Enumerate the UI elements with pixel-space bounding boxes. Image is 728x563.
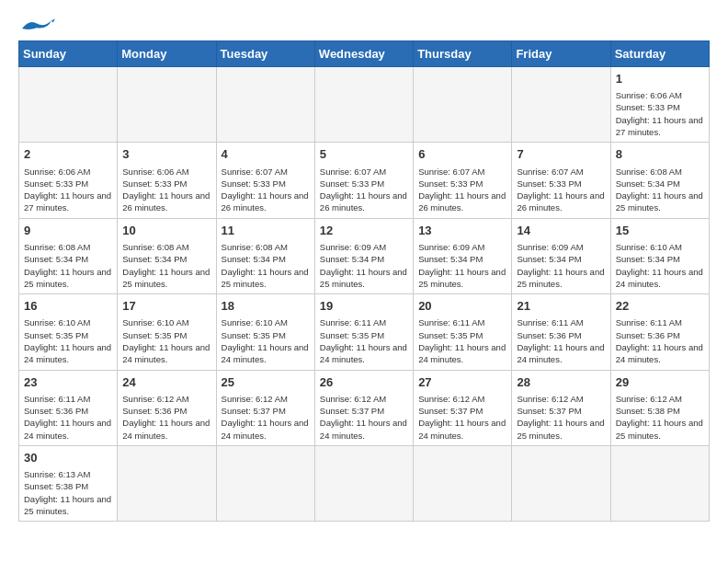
day-info: Sunrise: 6:12 AMSunset: 5:36 PMDaylight:… xyxy=(122,393,210,442)
logo xyxy=(18,15,55,33)
header xyxy=(18,15,710,33)
day-info: Sunrise: 6:12 AMSunset: 5:37 PMDaylight:… xyxy=(320,393,408,442)
calendar-day-cell: 15Sunrise: 6:10 AMSunset: 5:34 PMDayligh… xyxy=(610,218,709,293)
day-number: 11 xyxy=(222,223,310,239)
day-number: 20 xyxy=(418,298,506,315)
day-info: Sunrise: 6:08 AMSunset: 5:34 PMDaylight:… xyxy=(222,241,310,290)
calendar-day-cell: 1Sunrise: 6:06 AMSunset: 5:33 PMDaylight… xyxy=(610,67,709,143)
calendar-week-row: 23Sunrise: 6:11 AMSunset: 5:36 PMDayligh… xyxy=(19,370,710,445)
calendar-week-row: 1Sunrise: 6:06 AMSunset: 5:33 PMDaylight… xyxy=(19,67,710,143)
day-number: 5 xyxy=(320,146,408,163)
calendar-day-cell: 24Sunrise: 6:12 AMSunset: 5:36 PMDayligh… xyxy=(118,370,216,445)
day-number: 2 xyxy=(24,146,112,163)
calendar-day-cell: 13Sunrise: 6:09 AMSunset: 5:34 PMDayligh… xyxy=(414,218,512,293)
calendar-day-cell: 25Sunrise: 6:12 AMSunset: 5:37 PMDayligh… xyxy=(216,370,314,445)
calendar-day-cell xyxy=(216,67,314,143)
calendar-day-cell xyxy=(19,67,118,143)
day-number: 9 xyxy=(24,223,112,239)
calendar-week-row: 2Sunrise: 6:06 AMSunset: 5:33 PMDaylight… xyxy=(19,143,710,218)
day-header-sunday: Sunday xyxy=(19,41,118,67)
day-number: 29 xyxy=(616,374,704,391)
day-number: 17 xyxy=(122,298,210,315)
calendar-day-cell: 3Sunrise: 6:06 AMSunset: 5:33 PMDaylight… xyxy=(118,143,216,218)
day-number: 14 xyxy=(517,223,605,239)
day-number: 8 xyxy=(616,146,704,163)
calendar-day-cell xyxy=(414,67,512,143)
calendar-day-cell xyxy=(610,445,709,521)
day-number: 18 xyxy=(222,298,310,315)
calendar-day-cell: 4Sunrise: 6:07 AMSunset: 5:33 PMDaylight… xyxy=(216,143,314,218)
calendar-day-cell: 19Sunrise: 6:11 AMSunset: 5:35 PMDayligh… xyxy=(314,294,413,370)
day-info: Sunrise: 6:11 AMSunset: 5:36 PMDaylight:… xyxy=(24,393,112,442)
day-number: 12 xyxy=(320,223,408,239)
day-info: Sunrise: 6:13 AMSunset: 5:38 PMDaylight:… xyxy=(24,468,112,517)
calendar-day-cell: 30Sunrise: 6:13 AMSunset: 5:38 PMDayligh… xyxy=(19,445,118,521)
calendar-day-cell xyxy=(314,67,413,143)
calendar-day-cell xyxy=(118,445,216,521)
day-header-thursday: Thursday xyxy=(414,41,512,67)
day-info: Sunrise: 6:08 AMSunset: 5:34 PMDaylight:… xyxy=(122,241,210,290)
calendar-week-row: 16Sunrise: 6:10 AMSunset: 5:35 PMDayligh… xyxy=(19,294,710,370)
day-number: 21 xyxy=(517,298,605,315)
logo-bird-icon xyxy=(18,17,55,33)
calendar-header-row: SundayMondayTuesdayWednesdayThursdayFrid… xyxy=(19,41,710,67)
day-info: Sunrise: 6:09 AMSunset: 5:34 PMDaylight:… xyxy=(320,241,408,290)
calendar-day-cell xyxy=(414,445,512,521)
day-info: Sunrise: 6:12 AMSunset: 5:38 PMDaylight:… xyxy=(616,393,704,442)
day-number: 30 xyxy=(24,450,112,466)
day-header-tuesday: Tuesday xyxy=(216,41,314,67)
day-info: Sunrise: 6:08 AMSunset: 5:34 PMDaylight:… xyxy=(24,241,112,290)
day-info: Sunrise: 6:07 AMSunset: 5:33 PMDaylight:… xyxy=(418,166,506,214)
day-number: 26 xyxy=(320,374,408,391)
day-number: 13 xyxy=(418,223,506,239)
day-number: 16 xyxy=(24,298,112,315)
day-info: Sunrise: 6:12 AMSunset: 5:37 PMDaylight:… xyxy=(517,393,605,442)
day-number: 25 xyxy=(222,374,310,391)
calendar-day-cell: 23Sunrise: 6:11 AMSunset: 5:36 PMDayligh… xyxy=(19,370,118,445)
calendar-day-cell: 5Sunrise: 6:07 AMSunset: 5:33 PMDaylight… xyxy=(314,143,413,218)
calendar-week-row: 9Sunrise: 6:08 AMSunset: 5:34 PMDaylight… xyxy=(19,218,710,293)
day-info: Sunrise: 6:10 AMSunset: 5:34 PMDaylight:… xyxy=(616,241,704,290)
day-number: 23 xyxy=(24,374,112,391)
day-info: Sunrise: 6:08 AMSunset: 5:34 PMDaylight:… xyxy=(616,166,704,214)
day-info: Sunrise: 6:11 AMSunset: 5:36 PMDaylight:… xyxy=(616,316,704,365)
calendar-day-cell: 22Sunrise: 6:11 AMSunset: 5:36 PMDayligh… xyxy=(610,294,709,370)
day-info: Sunrise: 6:10 AMSunset: 5:35 PMDaylight:… xyxy=(122,316,210,365)
day-header-friday: Friday xyxy=(512,41,610,67)
calendar-day-cell: 2Sunrise: 6:06 AMSunset: 5:33 PMDaylight… xyxy=(19,143,118,218)
calendar-day-cell xyxy=(118,67,216,143)
calendar-day-cell xyxy=(216,445,314,521)
day-number: 1 xyxy=(616,71,704,87)
day-info: Sunrise: 6:10 AMSunset: 5:35 PMDaylight:… xyxy=(24,316,112,365)
day-header-monday: Monday xyxy=(118,41,216,67)
day-info: Sunrise: 6:06 AMSunset: 5:33 PMDaylight:… xyxy=(24,166,112,214)
day-number: 24 xyxy=(122,374,210,391)
day-number: 3 xyxy=(122,146,210,163)
day-info: Sunrise: 6:06 AMSunset: 5:33 PMDaylight:… xyxy=(122,166,210,214)
calendar-week-row: 30Sunrise: 6:13 AMSunset: 5:38 PMDayligh… xyxy=(19,445,710,521)
calendar-day-cell xyxy=(314,445,413,521)
calendar: SundayMondayTuesdayWednesdayThursdayFrid… xyxy=(18,40,710,522)
calendar-day-cell: 17Sunrise: 6:10 AMSunset: 5:35 PMDayligh… xyxy=(118,294,216,370)
calendar-day-cell: 16Sunrise: 6:10 AMSunset: 5:35 PMDayligh… xyxy=(19,294,118,370)
day-number: 7 xyxy=(517,146,605,163)
day-number: 6 xyxy=(418,146,506,163)
day-info: Sunrise: 6:07 AMSunset: 5:33 PMDaylight:… xyxy=(517,166,605,214)
calendar-day-cell: 9Sunrise: 6:08 AMSunset: 5:34 PMDaylight… xyxy=(19,218,118,293)
day-info: Sunrise: 6:07 AMSunset: 5:33 PMDaylight:… xyxy=(222,166,310,214)
calendar-day-cell: 27Sunrise: 6:12 AMSunset: 5:37 PMDayligh… xyxy=(414,370,512,445)
day-info: Sunrise: 6:11 AMSunset: 5:35 PMDaylight:… xyxy=(418,316,506,365)
calendar-day-cell: 29Sunrise: 6:12 AMSunset: 5:38 PMDayligh… xyxy=(610,370,709,445)
day-info: Sunrise: 6:10 AMSunset: 5:35 PMDaylight:… xyxy=(222,316,310,365)
calendar-day-cell: 12Sunrise: 6:09 AMSunset: 5:34 PMDayligh… xyxy=(314,218,413,293)
day-number: 27 xyxy=(418,374,506,391)
calendar-day-cell: 18Sunrise: 6:10 AMSunset: 5:35 PMDayligh… xyxy=(216,294,314,370)
day-header-wednesday: Wednesday xyxy=(314,41,413,67)
day-info: Sunrise: 6:09 AMSunset: 5:34 PMDaylight:… xyxy=(517,241,605,290)
day-number: 22 xyxy=(616,298,704,315)
calendar-day-cell: 7Sunrise: 6:07 AMSunset: 5:33 PMDaylight… xyxy=(512,143,610,218)
day-number: 15 xyxy=(616,223,704,239)
day-info: Sunrise: 6:09 AMSunset: 5:34 PMDaylight:… xyxy=(418,241,506,290)
day-number: 4 xyxy=(222,146,310,163)
calendar-day-cell: 26Sunrise: 6:12 AMSunset: 5:37 PMDayligh… xyxy=(314,370,413,445)
